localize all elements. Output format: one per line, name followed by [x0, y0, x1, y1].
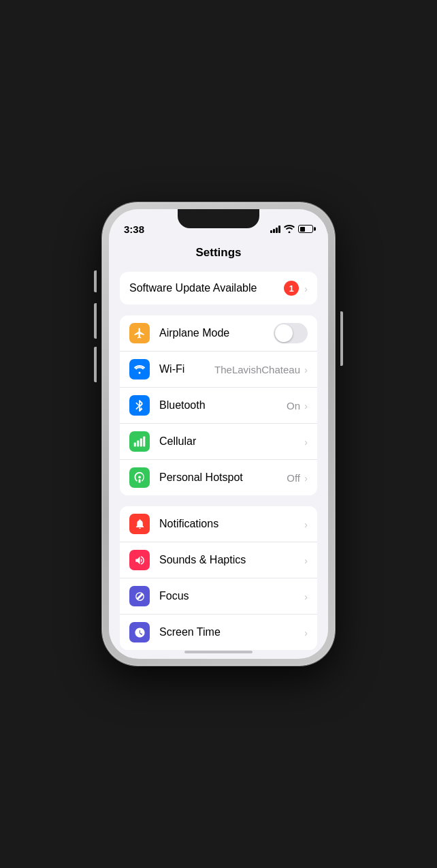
update-badge: 1 [284, 281, 299, 296]
svg-rect-0 [134, 443, 136, 447]
svg-point-4 [138, 476, 141, 478]
bluetooth-icon [129, 395, 150, 416]
hotspot-row[interactable]: Personal Hotspot Off › [120, 460, 317, 495]
cellular-icon [129, 431, 150, 452]
notch [178, 209, 259, 228]
airplane-mode-label: Airplane Mode [159, 327, 274, 339]
signal-bars-icon [270, 226, 280, 233]
focus-row[interactable]: Focus › [120, 578, 317, 615]
screen-time-chevron-icon: › [304, 627, 308, 638]
notifications-row[interactable]: Notifications › [120, 506, 317, 542]
bluetooth-chevron-icon: › [304, 400, 308, 412]
screen-time-icon [129, 622, 150, 642]
wifi-value: TheLavishChateau [214, 364, 300, 375]
airplane-mode-icon [129, 323, 150, 343]
status-time: 3:38 [124, 223, 144, 235]
hotspot-chevron-icon: › [304, 472, 308, 484]
settings-content[interactable]: Software Update Available 1 › Airplane M… [109, 265, 328, 657]
airplane-mode-toggle-thumb [275, 324, 293, 342]
airplane-mode-row[interactable]: Airplane Mode [120, 315, 317, 352]
notifications-icon [129, 514, 150, 534]
hotspot-value: Off [287, 472, 300, 484]
sounds-chevron-icon: › [304, 555, 308, 566]
focus-chevron-icon: › [304, 591, 308, 602]
phone-frame: 3:38 Settings [102, 202, 335, 666]
status-icons [270, 225, 313, 233]
screen-time-row[interactable]: Screen Time › [120, 615, 317, 650]
cellular-chevron-icon: › [304, 436, 308, 448]
phone-screen: 3:38 Settings [109, 209, 328, 659]
svg-rect-2 [140, 439, 142, 447]
battery-icon [298, 225, 313, 233]
wifi-chevron-icon: › [304, 364, 308, 375]
hotspot-label: Personal Hotspot [159, 471, 287, 484]
notifications-chevron-icon: › [304, 518, 308, 530]
wifi-label: Wi-Fi [159, 363, 214, 375]
notifications-card: Notifications › Sounds & Haptics › [120, 506, 317, 650]
connectivity-section: Airplane Mode [109, 315, 328, 495]
svg-rect-3 [143, 437, 145, 447]
screen-time-label: Screen Time [159, 626, 304, 638]
airplane-mode-toggle[interactable] [274, 323, 308, 343]
sounds-icon [129, 550, 150, 570]
software-update-row[interactable]: Software Update Available 1 › [120, 272, 317, 305]
sounds-label: Sounds & Haptics [159, 554, 304, 566]
wifi-row[interactable]: Wi-Fi TheLavishChateau › [120, 352, 317, 388]
update-label: Software Update Available [129, 282, 284, 294]
wifi-icon [129, 359, 150, 379]
update-chevron-icon: › [304, 283, 308, 294]
focus-icon [129, 586, 150, 606]
page-title: Settings [109, 239, 328, 265]
notifications-section: Notifications › Sounds & Haptics › [109, 506, 328, 650]
bluetooth-value: On [287, 400, 300, 412]
cellular-row[interactable]: Cellular › [120, 424, 317, 460]
svg-rect-1 [137, 441, 139, 447]
focus-label: Focus [159, 590, 304, 602]
bluetooth-label: Bluetooth [159, 399, 287, 412]
wifi-status-icon [284, 225, 295, 233]
sounds-row[interactable]: Sounds & Haptics › [120, 542, 317, 578]
home-indicator [184, 651, 253, 653]
connectivity-card: Airplane Mode [120, 315, 317, 495]
bluetooth-row[interactable]: Bluetooth On › [120, 388, 317, 424]
hotspot-icon [129, 467, 150, 488]
cellular-label: Cellular [159, 435, 304, 448]
notifications-label: Notifications [159, 518, 304, 530]
